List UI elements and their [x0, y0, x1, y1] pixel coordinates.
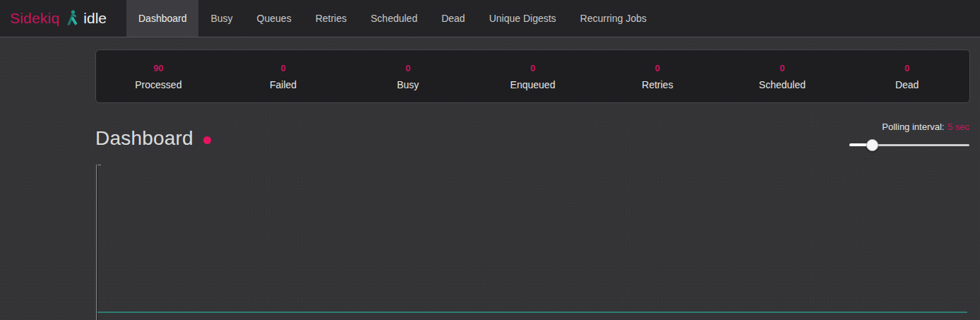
nav-items: Dashboard Busy Queues Retries Scheduled … [126, 0, 659, 37]
polling-interval-control: Polling interval: 5 sec [849, 120, 969, 151]
stat-processed-value: 90 [96, 63, 221, 73]
stat-dead-value: 0 [844, 63, 969, 73]
nav-item-queues[interactable]: Queues [245, 0, 304, 37]
stat-busy-label: Busy [345, 79, 470, 90]
stat-failed-label: Failed [221, 79, 346, 90]
stat-failed-value: 0 [221, 63, 346, 73]
polling-interval-label: Polling interval: [882, 122, 944, 132]
nav-item-retries[interactable]: Retries [304, 0, 359, 37]
stat-processed[interactable]: 90 Processed [96, 63, 221, 90]
stat-busy[interactable]: 0 Busy [345, 63, 470, 90]
stat-busy-value: 0 [345, 63, 470, 73]
polling-interval-slider[interactable] [849, 139, 969, 151]
chart-series-line-processed [97, 312, 967, 313]
stat-dead[interactable]: 0 Dead [844, 63, 969, 90]
nav-item-scheduled[interactable]: Scheduled [359, 0, 429, 37]
nav-item-dead[interactable]: Dead [429, 0, 477, 37]
beat-indicator-icon [203, 136, 211, 144]
stat-enqueued-value: 0 [470, 63, 595, 73]
page-header: Dashboard Polling interval: 5 sec [95, 120, 969, 151]
page-title: Dashboard [95, 127, 193, 150]
stat-retries-label: Retries [595, 79, 720, 90]
brand-name: Sidekiq [10, 10, 59, 27]
nav-item-unique-digests[interactable]: Unique Digests [477, 0, 568, 37]
title-wrap: Dashboard [95, 127, 211, 150]
stat-failed[interactable]: 0 Failed [221, 63, 346, 90]
stat-scheduled[interactable]: 0 Scheduled [720, 63, 845, 90]
polling-interval-text: Polling interval: 5 sec [849, 120, 969, 133]
stat-enqueued-label: Enqueued [470, 79, 595, 90]
chart-y-axis-shadow [97, 165, 97, 320]
top-navbar: Sidekiq idle Dashboard Busy Queues Retri… [0, 0, 980, 37]
stat-scheduled-value: 0 [720, 63, 845, 73]
nav-item-busy[interactable]: Busy [198, 0, 244, 37]
sidekiq-dancer-icon [64, 10, 78, 27]
nav-item-recurring-jobs[interactable]: Recurring Jobs [568, 0, 659, 37]
slider-thumb[interactable] [866, 139, 878, 151]
summary-bar: 90 Processed 0 Failed 0 Busy 0 Enqueued … [95, 49, 970, 103]
realtime-chart [96, 165, 969, 320]
stat-retries-value: 0 [595, 63, 720, 73]
stat-scheduled-label: Scheduled [720, 79, 845, 90]
brand-link[interactable]: Sidekiq idle [0, 0, 118, 37]
stat-processed-label: Processed [96, 79, 221, 90]
nav-item-dashboard[interactable]: Dashboard [126, 0, 199, 37]
status-text: idle [83, 10, 107, 27]
stat-retries[interactable]: 0 Retries [595, 63, 720, 90]
stat-enqueued[interactable]: 0 Enqueued [470, 63, 595, 90]
stat-dead-label: Dead [844, 79, 969, 90]
polling-interval-value: 5 sec [948, 122, 969, 132]
